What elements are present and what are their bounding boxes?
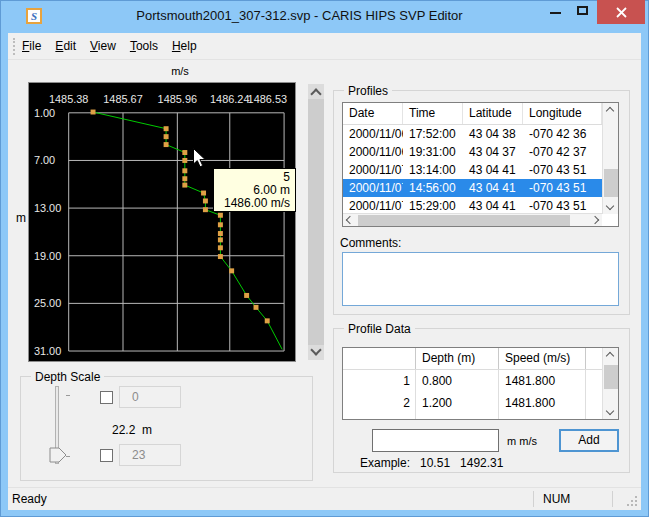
chart-scrollbar[interactable] bbox=[308, 84, 324, 360]
data-point-marker bbox=[218, 231, 223, 236]
data-point-marker bbox=[218, 222, 223, 227]
chart-x-tick-label: 1485.38 bbox=[49, 93, 88, 105]
profile-data-cell: 2 bbox=[343, 392, 416, 414]
depth-speed-input[interactable] bbox=[372, 429, 499, 452]
menu-gripper-icon bbox=[13, 38, 18, 55]
profile-data-scrollbar-thumb[interactable] bbox=[604, 365, 618, 389]
profile-data-row[interactable]: 21.2001481.800 bbox=[343, 392, 618, 414]
profile-data-row[interactable]: 32.6001481.800 bbox=[343, 414, 618, 420]
profiles-column-header-longitude[interactable]: Longitude bbox=[523, 103, 602, 124]
profiles-cell: 2000/11/06 bbox=[343, 143, 403, 161]
profiles-cell: 2000/11/06 bbox=[343, 125, 403, 143]
chart-y-tick-label: 7.00 bbox=[34, 154, 55, 166]
scroll-down-icon[interactable] bbox=[606, 202, 614, 210]
data-point-marker bbox=[203, 198, 208, 203]
profiles-vertical-scrollbar[interactable] bbox=[602, 103, 618, 214]
scroll-up-icon[interactable] bbox=[310, 88, 321, 99]
profiles-cell: 17:52:00 bbox=[403, 125, 463, 143]
data-point-marker bbox=[218, 245, 223, 250]
profiles-row[interactable]: 2000/11/0619:31:0043 04 37-070 42 37 bbox=[343, 143, 618, 161]
profile-data-row[interactable]: 10.8001481.800 bbox=[343, 370, 618, 392]
titlebar[interactable]: S Portsmouth2001_307-312.svp - CARIS HIP… bbox=[0, 0, 649, 33]
profiles-hscrollbar-thumb[interactable] bbox=[358, 215, 570, 226]
close-button[interactable] bbox=[597, 0, 645, 24]
status-ready-label: Ready bbox=[12, 492, 47, 506]
profiles-scrollbar-thumb[interactable] bbox=[604, 169, 618, 197]
profiles-group-label: Profiles bbox=[344, 84, 392, 98]
profiles-row[interactable]: 2000/11/0714:56:0043 04 41-070 43 51 bbox=[343, 179, 618, 197]
chart-x-tick-label: 1486.53 bbox=[248, 93, 287, 105]
add-button[interactable]: Add bbox=[559, 429, 619, 452]
mouse-cursor-icon bbox=[193, 148, 207, 169]
data-point-marker bbox=[244, 293, 249, 298]
menu-item-tools[interactable]: Tools bbox=[123, 33, 165, 60]
scroll-up-icon[interactable] bbox=[606, 107, 614, 115]
scroll-down-icon[interactable] bbox=[606, 407, 614, 415]
profiles-table-header: DateTimeLatitudeLongitude bbox=[343, 103, 618, 125]
data-point-marker bbox=[265, 318, 270, 323]
depth-scale-min-field[interactable]: 0 bbox=[119, 386, 181, 408]
profile-data-column-header[interactable]: Speed (m/s) bbox=[499, 348, 586, 369]
chart-x-tick-label: 1485.67 bbox=[103, 93, 142, 105]
profiles-horizontal-scrollbar[interactable] bbox=[343, 213, 602, 226]
data-point-marker bbox=[182, 168, 187, 173]
data-point-marker bbox=[91, 110, 96, 115]
scroll-down-icon[interactable] bbox=[310, 344, 321, 355]
profiles-column-header-time[interactable]: Time bbox=[403, 103, 463, 124]
profiles-cell: 2000/11/07 bbox=[343, 161, 403, 179]
profiles-column-header-latitude[interactable]: Latitude bbox=[463, 103, 523, 124]
chart-x-tick-label: 1485.96 bbox=[158, 93, 197, 105]
profiles-cell: -070 42 37 bbox=[523, 143, 602, 161]
data-point-marker bbox=[164, 126, 169, 131]
profile-data-column-header[interactable]: Depth (m) bbox=[416, 348, 499, 369]
menu-item-file[interactable]: File bbox=[15, 33, 48, 60]
comments-label: Comments: bbox=[340, 236, 401, 250]
svp-chart[interactable]: 1485.381485.671485.961486.241486.531.007… bbox=[28, 82, 296, 362]
depth-scale-slider-thumb[interactable] bbox=[49, 447, 68, 467]
data-point-marker bbox=[182, 150, 187, 155]
profile-data-cell: 3 bbox=[343, 414, 416, 420]
svp-editor-window: S Portsmouth2001_307-312.svp - CARIS HIP… bbox=[0, 0, 649, 517]
profiles-cell: 13:14:00 bbox=[403, 161, 463, 179]
profile-data-table[interactable]: Depth (m)Speed (m/s) 10.8001481.80021.20… bbox=[342, 347, 619, 420]
chart-scrollbar-thumb[interactable] bbox=[308, 99, 324, 345]
close-icon bbox=[615, 6, 628, 19]
menu-item-edit[interactable]: Edit bbox=[48, 33, 83, 60]
data-point-tooltip: 56.00 m1486.00 m/s bbox=[213, 168, 296, 212]
profiles-cell: -070 43 51 bbox=[523, 179, 602, 197]
resize-grip[interactable] bbox=[627, 496, 637, 506]
chart-y-tick-label: 19.00 bbox=[34, 250, 61, 262]
profiles-row[interactable]: 2000/11/0617:52:0043 04 38-070 42 36 bbox=[343, 125, 618, 143]
app-icon: S bbox=[26, 8, 42, 24]
profile-line bbox=[93, 112, 282, 349]
status-divider bbox=[533, 491, 534, 507]
depth-scale-min-checkbox[interactable] bbox=[100, 391, 113, 404]
menu-item-view[interactable]: View bbox=[83, 33, 123, 60]
maximize-button[interactable] bbox=[571, 2, 595, 22]
profile-data-column-header[interactable] bbox=[343, 348, 416, 369]
maximize-icon bbox=[577, 6, 588, 15]
scroll-right-icon[interactable] bbox=[591, 216, 599, 224]
depth-scale-max-field[interactable]: 23 bbox=[119, 444, 181, 466]
data-point-marker bbox=[218, 213, 223, 218]
menu-item-help[interactable]: Help bbox=[165, 33, 204, 60]
depth-scale-max-checkbox[interactable] bbox=[100, 449, 113, 462]
profile-data-cell: 2.600 bbox=[416, 414, 499, 420]
comments-textarea[interactable] bbox=[342, 252, 619, 306]
data-point-marker bbox=[218, 254, 223, 259]
profile-data-vertical-scrollbar[interactable] bbox=[602, 348, 618, 419]
profiles-row[interactable]: 2000/11/0713:14:0043 04 41-070 43 51 bbox=[343, 161, 618, 179]
entry-unit-label: m m/s bbox=[507, 435, 537, 447]
entry-example-label: Example: 10.51 1492.31 bbox=[360, 456, 503, 470]
chart-x-tick-label: 1486.24 bbox=[210, 93, 249, 105]
profiles-column-header-date[interactable]: Date bbox=[343, 103, 403, 124]
chart-y-tick-label: 31.00 bbox=[34, 345, 61, 357]
svp-chart-plot: 1485.381485.671485.961486.241486.531.007… bbox=[29, 83, 295, 361]
scroll-left-icon[interactable] bbox=[346, 216, 354, 224]
profiles-table[interactable]: DateTimeLatitudeLongitude 2000/11/0617:5… bbox=[342, 102, 619, 227]
profiles-cell: 14:56:00 bbox=[403, 179, 463, 197]
minimize-button[interactable] bbox=[543, 2, 567, 22]
profile-data-cell: 1 bbox=[343, 370, 416, 392]
profiles-cell: 43 04 37 bbox=[463, 143, 523, 161]
scroll-up-icon[interactable] bbox=[606, 352, 614, 360]
